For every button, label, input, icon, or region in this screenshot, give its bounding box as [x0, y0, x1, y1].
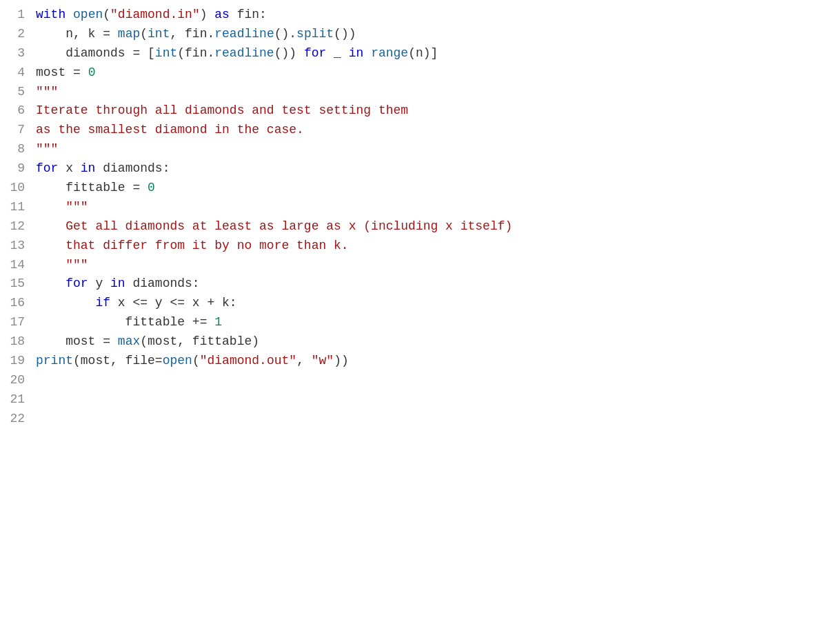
code-line: diamonds = [int(fin.readline()) for _ in… — [36, 44, 830, 63]
code-line: """ — [36, 256, 830, 275]
plain-token: ( — [103, 8, 110, 21]
code-line: Get all diamonds at least as large as x … — [36, 217, 830, 237]
plain-token — [36, 276, 65, 290]
code-line: as the smallest diamond in the case. — [36, 121, 830, 140]
line-numbers: 12345678910111213141516171819202122 — [0, 6, 36, 638]
kw-token: for — [65, 276, 88, 290]
comment-token: """ — [36, 85, 58, 99]
fn-token: map — [118, 27, 140, 41]
line-number: 3 — [8, 44, 25, 63]
plain-token: diamonds: — [95, 161, 170, 175]
line-number: 7 — [8, 121, 25, 140]
code-container: 12345678910111213141516171819202122 with… — [0, 0, 830, 644]
line-number: 6 — [8, 101, 25, 121]
num-token: 1 — [214, 315, 222, 329]
plain-token: file= — [125, 354, 163, 368]
fn-token: range — [371, 46, 408, 60]
line-number: 20 — [8, 371, 25, 390]
line-number: 2 — [8, 25, 25, 44]
kw-token: in — [349, 46, 364, 60]
plain-token — [65, 8, 73, 21]
code-line: Iterate through all diamonds and test se… — [36, 101, 830, 121]
code-line: """ — [36, 140, 830, 159]
fn-token: open — [73, 8, 103, 21]
comment-token: Iterate through all diamonds and test se… — [36, 103, 408, 117]
comment-token: as the smallest diamond in the case. — [36, 123, 304, 137]
plain-token: (n)] — [408, 46, 438, 60]
fn-token: print — [36, 354, 73, 368]
code-line: that differ from it by no more than k. — [36, 237, 830, 256]
plain-token: ) — [200, 8, 215, 21]
plain-token: _ — [326, 46, 348, 60]
comment-token: """ — [36, 258, 88, 272]
plain-token: y — [88, 276, 110, 290]
str-token: "diamond.in" — [110, 8, 200, 21]
plain-token: x <= y <= x + k: — [110, 296, 237, 310]
line-number: 21 — [8, 390, 25, 410]
code-line: """ — [36, 83, 830, 102]
plain-token: ()) — [274, 46, 304, 60]
code-line: if x <= y <= x + k: — [36, 294, 830, 313]
plain-token — [36, 296, 95, 310]
line-number: 9 — [8, 159, 25, 179]
plain-token: (most, — [73, 354, 125, 368]
code-line: fittable = 0 — [36, 179, 830, 198]
plain-token: ()) — [334, 27, 356, 41]
line-number: 15 — [8, 274, 25, 294]
plain-token: )) — [334, 354, 349, 368]
code-lines: with open("diamond.in") as fin: n, k = m… — [36, 6, 830, 638]
plain-token: (most, fittable) — [140, 334, 259, 348]
line-number: 14 — [8, 256, 25, 275]
line-number: 1 — [8, 6, 25, 25]
num-token: 0 — [88, 66, 96, 79]
plain-token: fittable = — [36, 181, 148, 194]
plain-token: diamonds = [ — [36, 46, 155, 60]
kw-token: in — [110, 276, 125, 290]
plain-token: n, k = — [36, 27, 118, 41]
comment-token: that differ from it by no more than k. — [36, 239, 349, 252]
comment-token: """ — [36, 142, 58, 156]
plain-token: , fin. — [170, 27, 214, 41]
kw-token: if — [95, 296, 110, 310]
plain-token: most = — [36, 66, 88, 79]
num-token: 0 — [148, 181, 155, 194]
fn-token: split — [296, 27, 334, 41]
code-line: most = 0 — [36, 63, 830, 83]
line-number: 19 — [8, 352, 25, 371]
fn-token: open — [163, 354, 192, 368]
line-number: 10 — [8, 179, 25, 198]
code-line: most = max(most, fittable) — [36, 332, 830, 352]
fn-token: int — [148, 27, 170, 41]
fn-token: readline — [214, 27, 274, 41]
line-number: 22 — [8, 410, 25, 429]
plain-token: fittable += — [36, 315, 214, 329]
plain-token: x — [58, 161, 80, 175]
fn-token: int — [155, 46, 177, 60]
comment-token: Get all diamonds at least as large as x … — [36, 219, 512, 233]
code-line: print(most, file=open("diamond.out", "w"… — [36, 352, 830, 371]
code-line: n, k = map(int, fin.readline().split()) — [36, 25, 830, 44]
plain-token: fin: — [230, 8, 267, 21]
fn-token: max — [118, 334, 140, 348]
code-line: for y in diamonds: — [36, 274, 830, 294]
line-number: 5 — [8, 83, 25, 102]
kw-token: in — [81, 161, 96, 175]
plain-token: diamonds: — [125, 276, 200, 290]
str-token: "w" — [312, 354, 334, 368]
code-line: fittable += 1 — [36, 313, 830, 332]
comment-token: """ — [36, 200, 88, 214]
line-number: 16 — [8, 294, 25, 313]
code-line: for x in diamonds: — [36, 159, 830, 179]
fn-token: readline — [214, 46, 274, 60]
plain-token: (). — [274, 27, 296, 41]
plain-token: most = — [36, 334, 118, 348]
line-number: 17 — [8, 313, 25, 332]
plain-token: , — [296, 354, 312, 368]
line-number: 12 — [8, 217, 25, 237]
str-token: "diamond.out" — [200, 354, 296, 368]
kw-token: as — [214, 8, 230, 21]
line-number: 18 — [8, 332, 25, 352]
kw-token: for — [36, 161, 58, 175]
plain-token — [363, 46, 371, 60]
line-number: 13 — [8, 237, 25, 256]
